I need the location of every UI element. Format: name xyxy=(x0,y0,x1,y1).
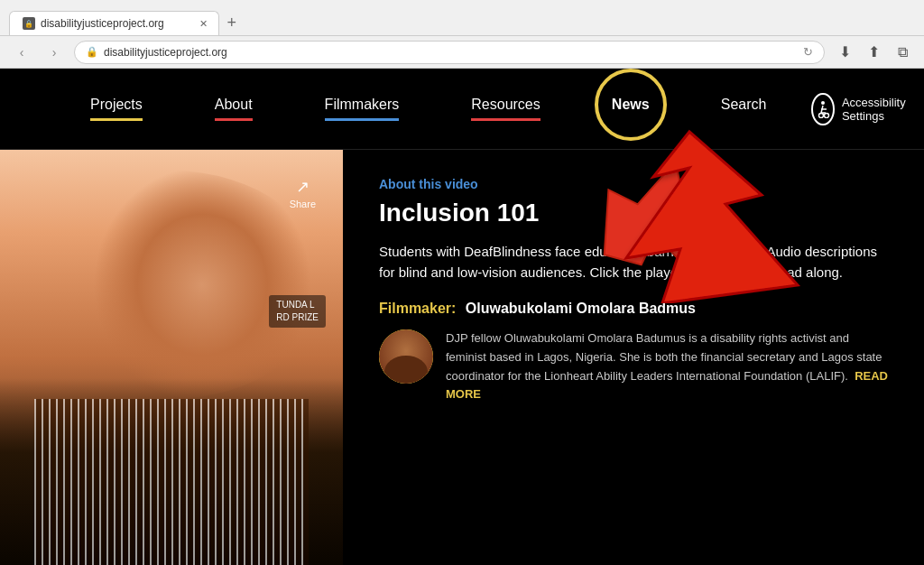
video-section: ↗ Share TUNDA LRD PRIZE xyxy=(0,150,343,565)
share-button[interactable]: ⬆ xyxy=(861,40,886,65)
window-button[interactable]: ⧉ xyxy=(890,40,915,65)
filmmaker-bio-row: DJP fellow Oluwabukolami Omolara Badumus… xyxy=(379,329,888,404)
accessibility-section[interactable]: Accessibility Settings xyxy=(811,93,915,125)
share-button-video[interactable]: ↗ Share xyxy=(290,177,316,209)
share-icon: ↗ xyxy=(296,177,310,197)
main-content: ↗ Share TUNDA LRD PRIZE About this video… xyxy=(0,150,924,565)
filmmaker-label: Filmmaker: xyxy=(379,301,456,316)
filmmaker-avatar xyxy=(379,329,433,384)
video-title: Inclusion 101 xyxy=(379,199,888,227)
info-panel: About this video Inclusion 101 Students … xyxy=(343,150,924,565)
browser-tabs-bar: 🔒 disabilityjusticeproject.org ✕ + xyxy=(0,0,924,36)
address-bar-row: ‹ › 🔒 disabilityjusticeproject.org ↻ ⬇ ⬆… xyxy=(0,36,924,69)
share-label: Share xyxy=(290,199,316,209)
website-content: Projects About Filmmakers Resources News… xyxy=(0,69,924,565)
accessibility-label: Accessibility Settings xyxy=(842,96,915,123)
accessibility-icon xyxy=(811,93,834,125)
nav-about[interactable]: About xyxy=(179,97,289,121)
video-player[interactable]: ↗ Share TUNDA LRD PRIZE xyxy=(0,150,343,565)
nav-news[interactable]: News xyxy=(577,69,685,149)
browser-tabs: 🔒 disabilityjusticeproject.org ✕ + xyxy=(9,0,245,35)
address-bar[interactable]: 🔒 disabilityjusticeproject.org ↻ xyxy=(74,41,825,64)
nav-search[interactable]: Search xyxy=(685,97,803,121)
address-text: disabilityjusticeproject.org xyxy=(104,46,798,59)
filmmaker-section: Filmmaker: Oluwabukolami Omolara Badmus … xyxy=(379,301,888,404)
avatar-inner xyxy=(379,329,433,384)
browser-toolbar-right: ⬇ ⬆ ⧉ xyxy=(832,40,915,65)
video-overlay-text: TUNDA LRD PRIZE xyxy=(269,295,326,328)
active-tab[interactable]: 🔒 disabilityjusticeproject.org ✕ xyxy=(9,11,219,35)
site-navigation: Projects About Filmmakers Resources News… xyxy=(0,69,924,150)
filmmaker-name: Oluwabukolami Omolara Badmus xyxy=(466,301,696,316)
lock-icon: 🔒 xyxy=(86,46,98,58)
refresh-icon[interactable]: ↻ xyxy=(803,45,813,59)
nav-filmmakers[interactable]: Filmmakers xyxy=(289,97,436,121)
svg-point-0 xyxy=(821,101,825,105)
tab-close-button[interactable]: ✕ xyxy=(197,16,211,31)
nav-items: Projects About Filmmakers Resources News… xyxy=(54,69,802,149)
svg-point-2 xyxy=(825,113,829,117)
forward-button[interactable]: › xyxy=(42,40,67,65)
svg-point-1 xyxy=(819,113,824,117)
about-video-label: About this video xyxy=(379,177,888,191)
tab-favicon: 🔒 xyxy=(23,17,35,30)
download-button[interactable]: ⬇ xyxy=(832,40,857,65)
filmmaker-bio: DJP fellow Oluwabukolami Omolara Badumus… xyxy=(446,329,888,404)
back-button[interactable]: ‹ xyxy=(9,40,34,65)
nav-resources[interactable]: Resources xyxy=(435,97,576,121)
nav-projects[interactable]: Projects xyxy=(54,97,179,121)
video-description: Students with DeafBlindness face educati… xyxy=(379,242,888,282)
news-circle: News xyxy=(595,69,667,141)
new-tab-button[interactable]: + xyxy=(219,10,245,35)
tab-title: disabilityjusticeproject.org xyxy=(41,17,164,30)
